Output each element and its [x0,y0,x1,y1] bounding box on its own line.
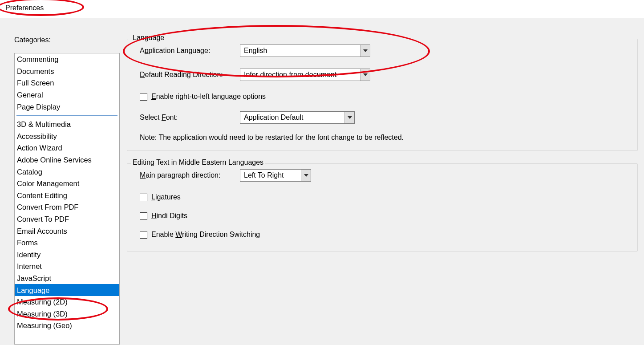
chevron-down-icon [301,170,311,181]
categories-listbox[interactable]: CommentingDocumentsFull ScreenGeneralPag… [14,53,120,345]
paragraph-direction-value: Left To Right [240,171,288,179]
category-item[interactable]: Convert From PDF [15,201,119,213]
reading-direction-value: Infer direction from document [240,71,340,79]
group-language: Language Application Language: English D… [127,39,638,151]
row-paragraph-direction: Main paragraph direction: Left To Right [140,169,625,182]
category-item[interactable]: Forms [15,237,119,249]
select-font-dropdown[interactable]: Application Default [240,111,355,124]
ligatures-checkbox-row[interactable]: Ligatures [140,193,625,201]
preferences-body: Categories: CommentingDocumentsFull Scre… [0,18,644,345]
row-reading-direction: Default Reading Direction: Infer directi… [140,69,625,81]
category-item[interactable]: JavaScript [15,272,119,284]
reading-direction-dropdown[interactable]: Infer direction from document [240,69,370,81]
app-language-label: Application Language: [140,47,240,55]
paragraph-direction-label: Main paragraph direction: [140,171,240,179]
group-middle-eastern-title: Editing Text in Middle Eastern Languages [131,158,265,166]
reading-direction-label: Default Reading Direction: [140,71,240,79]
categories-label: Categories: [14,36,51,44]
hindi-digits-checkbox[interactable] [140,212,147,220]
app-language-value: English [240,47,271,55]
category-item[interactable]: Email Accounts [15,225,119,237]
category-item[interactable]: Catalog [15,166,119,178]
category-item[interactable]: Measuring (3D) [15,308,119,320]
paragraph-direction-dropdown[interactable]: Left To Right [240,169,311,182]
rtl-checkbox-row[interactable]: Enable right-to-left language options [140,93,625,101]
rtl-checkbox-label: Enable right-to-left language options [151,93,266,101]
category-divider [16,115,117,116]
group-language-title: Language [131,34,166,42]
writing-direction-switching-row[interactable]: Enable Writing Direction Switching [140,231,625,239]
group-middle-eastern: Editing Text in Middle Eastern Languages… [127,163,638,252]
settings-panel: Language Application Language: English D… [127,36,644,345]
category-item[interactable]: Measuring (Geo) [15,320,119,332]
app-language-dropdown[interactable]: English [240,45,370,57]
category-item[interactable]: General [15,89,119,101]
row-select-font: Select Font: Application Default [140,111,625,124]
writing-direction-label: Enable Writing Direction Switching [151,231,260,239]
window-title: Preferences [0,0,644,18]
category-item[interactable]: Accessibility [15,130,119,142]
font-restart-note: Note: The application would need to be r… [140,134,625,142]
ligatures-label: Ligatures [151,193,181,201]
category-item[interactable]: Language [15,284,119,296]
ligatures-checkbox[interactable] [140,194,147,201]
row-application-language: Application Language: English [140,45,625,57]
category-item[interactable]: Convert To PDF [15,213,119,225]
hindi-digits-label: Hindi Digits [151,212,187,220]
select-font-value: Application Default [240,114,307,122]
category-item[interactable]: 3D & Multimedia [15,118,119,130]
category-item[interactable]: Adobe Online Services [15,154,119,166]
writing-direction-checkbox[interactable] [140,231,147,239]
select-font-label: Select Font: [140,114,240,122]
chevron-down-icon [344,112,354,123]
category-item[interactable]: Documents [15,65,119,77]
category-item[interactable]: Commenting [15,53,119,65]
chevron-down-icon [360,69,370,81]
category-item[interactable]: Internet [15,260,119,272]
category-item[interactable]: Measuring (2D) [15,296,119,308]
rtl-checkbox[interactable] [140,93,147,101]
category-item[interactable]: Identity [15,249,119,261]
category-item[interactable]: Content Editing [15,190,119,202]
category-item[interactable]: Page Display [15,101,119,113]
category-item[interactable]: Color Management [15,178,119,190]
chevron-down-icon [360,45,370,57]
category-item[interactable]: Action Wizard [15,142,119,154]
category-item[interactable]: Full Screen [15,77,119,89]
hindi-digits-checkbox-row[interactable]: Hindi Digits [140,212,625,220]
